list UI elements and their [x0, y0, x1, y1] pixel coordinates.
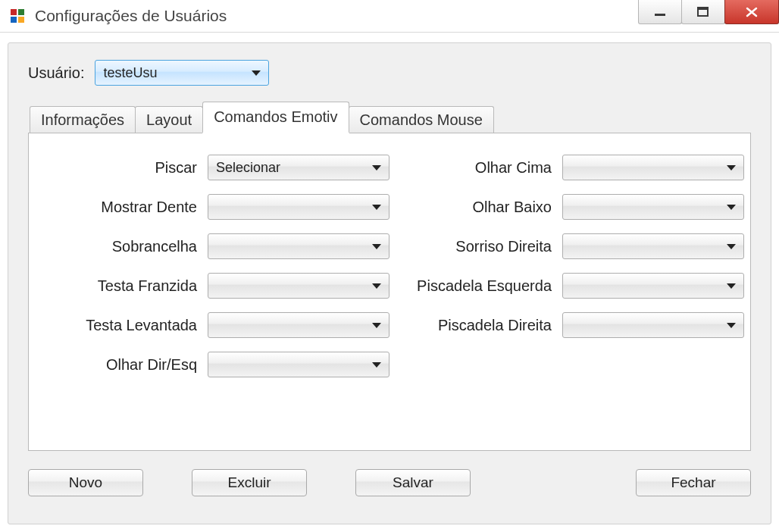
titlebar: Configurações de Usuários [0, 0, 779, 33]
select-olhar-dir-esq[interactable] [208, 352, 390, 377]
excluir-button[interactable]: Excluir [192, 469, 307, 496]
select-sobrancelha[interactable] [208, 233, 390, 259]
user-select-value: testeUsu [103, 65, 157, 81]
select-mostrar-dente[interactable] [208, 194, 390, 220]
window-control-buttons [639, 0, 779, 32]
tabstrip: Informações Layout Comandos Emotiv Coman… [28, 101, 751, 133]
novo-button[interactable]: Novo [28, 469, 143, 496]
window-title: Configurações de Usuários [35, 7, 227, 25]
minimize-button[interactable] [638, 0, 682, 24]
select-piscar-value: Selecionar [216, 160, 280, 176]
svg-rect-0 [655, 14, 665, 16]
tabpanel-comandos-emotiv: Piscar Selecionar Olhar Cima Mostrar Den… [28, 133, 751, 451]
label-testa-franzida: Testa Franzida [45, 277, 197, 295]
maximize-button[interactable] [681, 0, 725, 24]
emotiv-grid: Piscar Selecionar Olhar Cima Mostrar Den… [45, 155, 734, 377]
tab-informacoes[interactable]: Informações [30, 106, 136, 133]
button-bar: Novo Excluir Salvar Fechar [28, 469, 751, 496]
tab-layout[interactable]: Layout [135, 106, 203, 133]
label-piscadela-esquerda: Piscadela Esquerda [400, 277, 552, 295]
label-olhar-baixo: Olhar Baixo [400, 199, 552, 216]
user-select[interactable]: testeUsu [95, 60, 269, 86]
select-testa-franzida[interactable] [208, 273, 390, 299]
close-icon [745, 5, 759, 19]
label-mostrar-dente: Mostrar Dente [45, 199, 197, 216]
svg-rect-2 [698, 8, 708, 10]
maximize-icon [696, 5, 710, 19]
label-sorriso-direita: Sorriso Direita [400, 238, 552, 255]
select-olhar-cima[interactable] [562, 155, 744, 180]
fechar-button[interactable]: Fechar [636, 469, 751, 496]
user-label: Usuário: [28, 64, 84, 82]
select-piscadela-direita[interactable] [562, 312, 744, 338]
salvar-button[interactable]: Salvar [355, 469, 471, 496]
label-piscadela-direita: Piscadela Direita [400, 317, 552, 334]
app-icon [11, 9, 24, 23]
label-sobrancelha: Sobrancelha [45, 238, 197, 255]
user-row: Usuário: testeUsu [28, 60, 751, 86]
label-olhar-dir-esq: Olhar Dir/Esq [45, 356, 197, 374]
select-piscadela-esquerda[interactable] [562, 273, 744, 299]
select-olhar-baixo[interactable] [562, 194, 744, 220]
select-piscar[interactable]: Selecionar [208, 155, 390, 180]
tab-comandos-emotiv[interactable]: Comandos Emotiv [202, 102, 349, 133]
label-testa-levantada: Testa Levantada [45, 317, 197, 334]
close-button[interactable] [724, 0, 779, 24]
select-testa-levantada[interactable] [208, 312, 390, 338]
client-area: Usuário: testeUsu Informações Layout Com… [8, 42, 771, 524]
label-olhar-cima: Olhar Cima [400, 159, 552, 177]
label-piscar: Piscar [45, 159, 197, 177]
minimize-icon [653, 5, 667, 19]
tab-comandos-mouse[interactable]: Comandos Mouse [349, 106, 494, 133]
select-sorriso-direita[interactable] [562, 233, 744, 259]
